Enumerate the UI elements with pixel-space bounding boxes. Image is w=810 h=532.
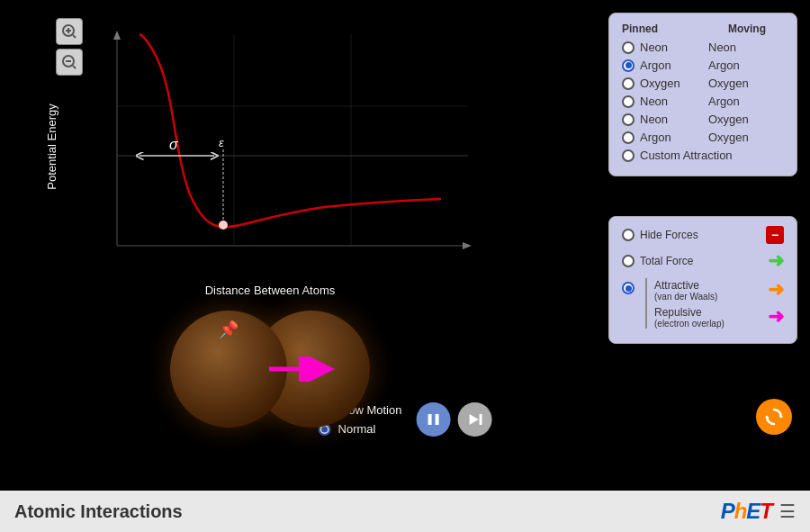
minus-button[interactable]: − [766, 226, 784, 244]
radio-components[interactable] [622, 282, 634, 294]
radio-hide-forces[interactable] [622, 229, 634, 241]
molecule-row-custom[interactable]: Custom Attraction [622, 149, 784, 162]
playback-buttons [416, 402, 491, 437]
hide-forces-row[interactable]: Hide Forces − [622, 226, 784, 244]
mol-label-neon2: Neon [708, 41, 771, 54]
mol-label-oxygen3: Oxygen [708, 113, 771, 126]
attractive-label: Attractive [654, 279, 768, 292]
mol-label-neon1: Neon [640, 41, 703, 54]
mol-label-oxygen4: Oxygen [708, 131, 771, 144]
repulsive-label: Repulsive [654, 306, 768, 319]
molecule-row-oxygen-oxygen[interactable]: Oxygen Oxygen [622, 77, 784, 90]
panel-header: Pinned Moving [622, 23, 784, 35]
simulation-area: Potential Energy [0, 0, 810, 491]
svg-point-19 [219, 221, 228, 230]
pinned-atom: 📌 [170, 311, 287, 428]
mol-label-oxygen2: Oxygen [708, 77, 771, 90]
mol-label-neon4: Neon [640, 113, 703, 126]
radio-neon-neon[interactable] [622, 41, 634, 54]
svg-rect-23 [435, 414, 438, 425]
refresh-button[interactable] [756, 399, 792, 435]
molecule-row-argon-oxygen[interactable]: Argon Oxygen [622, 131, 784, 144]
total-force-arrow-icon: ➜ [768, 249, 784, 273]
molecule-row-neon-neon[interactable]: Neon Neon [622, 41, 784, 54]
svg-marker-24 [469, 414, 478, 425]
y-axis-label: Potential Energy [45, 104, 58, 189]
app-title: Atomic Interactions [14, 501, 183, 522]
mol-label-argon4: Argon [640, 131, 703, 144]
svg-text:ε: ε [219, 136, 224, 149]
total-force-label: Total Force [640, 255, 693, 267]
bottom-bar: Atomic Interactions PhET ☰ [0, 491, 810, 532]
molecule-row-argon-argon[interactable]: Argon Argon [622, 59, 784, 72]
radio-oxygen-oxygen[interactable] [622, 77, 634, 90]
molecule-selector-panel: Pinned Moving Neon Neon Argon Argon Oxyg… [608, 13, 797, 176]
svg-rect-25 [479, 414, 482, 425]
radio-argon-oxygen[interactable] [622, 131, 634, 144]
hide-forces-label: Hide Forces [640, 229, 698, 241]
repulsive-sublabel: (electron overlap) [654, 319, 768, 329]
x-axis-label: Distance Between Atoms [205, 284, 336, 297]
radio-neon-oxygen[interactable] [622, 113, 634, 126]
mol-label-argon3: Argon [708, 95, 771, 108]
mol-label-argon1: Argon [640, 59, 703, 72]
attractive-sublabel: (van der Waals) [654, 292, 768, 302]
attractive-arrow-icon: ➜ [768, 278, 784, 302]
phet-logo-text: PhET [721, 499, 772, 524]
svg-text:σ: σ [169, 137, 179, 152]
total-force-row[interactable]: Total Force ➜ [622, 249, 784, 273]
svg-marker-13 [113, 31, 121, 40]
mol-label-argon2: Argon [708, 59, 771, 72]
radio-total-force[interactable] [622, 255, 634, 267]
molecule-row-neon-oxygen[interactable]: Neon Oxygen [622, 113, 784, 126]
radio-neon-argon[interactable] [622, 95, 634, 108]
normal-speed-label: Normal [338, 422, 376, 436]
pause-button[interactable] [416, 402, 450, 437]
phet-logo: PhET ☰ [721, 499, 796, 524]
potential-energy-graph: Potential Energy [54, 16, 486, 277]
mol-label-oxygen1: Oxygen [640, 77, 703, 90]
graph-svg: σ ε [54, 16, 486, 277]
moving-header: Moving [728, 23, 766, 35]
radio-argon-argon[interactable] [622, 59, 634, 72]
mol-label-custom: Custom Attraction [640, 149, 733, 162]
pinned-header: Pinned [622, 23, 658, 35]
step-button[interactable] [457, 402, 491, 437]
mol-label-neon3: Neon [640, 95, 703, 108]
components-force-row[interactable]: Attractive (van der Waals) ➜ Repulsive (… [622, 278, 784, 329]
hamburger-icon[interactable]: ☰ [779, 500, 796, 522]
pin-icon: 📌 [219, 320, 238, 339]
svg-rect-22 [428, 414, 431, 425]
molecule-row-neon-argon[interactable]: Neon Argon [622, 95, 784, 108]
repulsive-arrow-icon: ➜ [768, 305, 784, 329]
svg-marker-14 [463, 242, 472, 249]
force-panel: Hide Forces − Total Force ➜ Attractive (… [608, 216, 797, 344]
radio-custom[interactable] [622, 149, 634, 162]
